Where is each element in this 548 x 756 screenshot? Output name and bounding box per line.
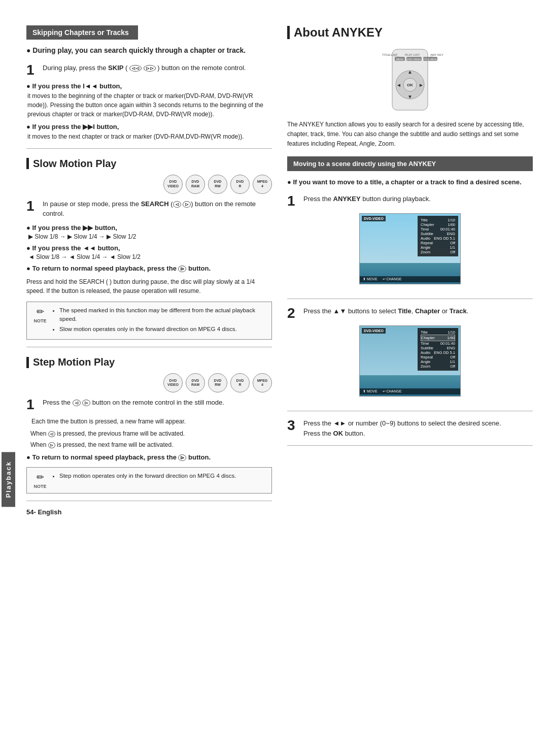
divider-6 [287,445,533,446]
disc-icon-dvd-video: DVDVIDEO [163,175,183,194]
disc-icon-dvd-r: DVDR [230,175,250,194]
slow-motion-heading: Slow Motion Play [26,158,272,170]
anykey-step-2: 2 Press the ▲▼ buttons to select Title, … [287,306,533,320]
if-press-fwd-label: If you press the ▶▶I button, [26,123,272,130]
step-note-item-1: Step motion operates only in the forward… [59,472,236,480]
svg-text:▲: ▲ [407,69,413,75]
divider-5 [287,411,533,411]
step-disc-icon-dvd-r: DVDR [230,373,250,392]
note-label: NOTE [33,318,46,323]
step-bullet-prev-frame: When ⊲ is pressed, the previous frame wi… [30,429,272,438]
step-motion-step-1: 1 Press the ⊲ ⊳ button on the remote con… [26,398,272,412]
dvd-bar-1: ⬆ MOVE↩ CHANGE [360,276,460,282]
slow-motion-note-box: ✏ NOTE The speed marked in this function… [26,302,272,340]
divider-2 [26,347,272,347]
anykey-step-number-1: 1 [287,194,299,208]
dvd-overlay-2: Title1/10 Chapter1/60 Time00:01:40 Subti… [418,328,458,371]
about-description: The ANYKEY function allows you to easily… [287,120,533,149]
if-press-rew-label: If you press the ◄◄ button, [26,244,272,252]
step-motion-number-1: 1 [26,398,39,412]
return-normal2: To return to normal speed playback, pres… [26,453,272,461]
step-motion-heading-bar [26,357,29,368]
slow-step1-text: In pause or step mode, press the SEARCH … [43,199,272,219]
about-anykey-heading: About ANYKEY [287,25,533,40]
svg-text:▼: ▼ [407,94,413,100]
dvd-overlay-1: Title1/10 Chapter1/60 Time00:01:40 Subti… [418,216,458,256]
if-press-back-label: If you press the I◄◄ button, [26,82,272,90]
dvd-screenshot-1: DVD-VIDEO Title1/10 Chapter1/60 Time00:0… [359,213,461,284]
svg-text:ANY KEY: ANY KEY [430,53,443,56]
svg-text:MENU: MENU [396,58,404,61]
step-motion-disc-icons: DVDVIDEO DVDRAM DVDRW DVDR MPEG4 [26,373,272,392]
step-bullet-next-frame: When ⊳ is pressed, the next frame will b… [30,440,272,449]
step-disc-icon-dvd-rw: DVDRW [208,373,227,392]
anykey-step1-text: Press the ANYKEY button during playback. [303,194,533,204]
disc-icon-dvd-ram: DVDRAM [186,175,205,194]
ff-speeds: ▶ Slow 1/8 → ▶ Slow 1/4 → ▶ Slow 1/2 [26,233,272,240]
anykey-step2-text: Press the ▲▼ buttons to select Title, Ch… [303,306,533,316]
anykey-step-1: 1 Press the ANYKEY button during playbac… [287,194,533,208]
return-normal-label: To return to normal speed playback, pres… [26,265,272,272]
dvd-screenshot-container-2: DVD-VIDEO Title1/10 Chapter1/60 Time00:0… [287,325,533,404]
slow-hold-note: Press and hold the SEARCH ( ) button dur… [26,277,272,295]
if-press-fwd-text: it moves to the next chapter or track or… [26,132,272,141]
rew-speeds: ◄ Slow 1/8 → ◄ Slow 1/4 → ◄ Slow 1/2 [26,253,272,260]
svg-text:DISC MENU: DISC MENU [407,58,421,61]
skip-step1-text: During play, press the SKIP ( ⊲⊲ ⊳⊳ ) bu… [43,63,272,73]
if-press-back-text: it moves to the beginning of the chapter… [26,91,272,119]
anykey-step-number-2: 2 [287,306,299,320]
anykey-section-box: Moving to a scene directly using the ANY… [287,156,533,171]
anykey-intro-bold: If you want to move to a title, a chapte… [287,177,533,187]
step-disc-icon-dvd-ram: DVDRAM [186,373,205,392]
playback-sidebar-tab: Playback [2,452,15,507]
step-number-1: 1 [26,63,39,77]
svg-text:TITLE LIST: TITLE LIST [382,53,398,56]
step-motion-note-box: ✏ NOTE Step motion operates only in the … [26,467,272,494]
step-disc-icon-dvd-video: DVDVIDEO [163,373,183,392]
footer-english: 54- English [26,508,272,516]
slow-motion-heading-bar [26,158,29,169]
svg-text:TITLE MENU: TITLE MENU [423,58,438,61]
step-bullet-1: Each time the button is pressed, a new f… [30,417,272,426]
note-pencil-icon: ✏ [37,306,44,317]
right-column: About ANYKEY TITLE LIST PLAY LIST ANY KE… [287,25,533,731]
divider-1 [26,148,272,149]
dvd-screenshot-2: DVD-VIDEO Title1/10 Chapter1/60 Time00:0… [359,325,461,397]
slow-step-1: 1 In pause or step mode, press the SEARC… [26,199,272,219]
svg-text:►: ► [419,82,424,88]
svg-text:OK: OK [407,83,413,87]
svg-text:PLAY LIST: PLAY LIST [405,53,420,56]
divider-4 [287,299,533,299]
note-item-1: The speed marked in this function may be… [59,306,267,324]
if-press-ff-label: If you press the ▶▶ button, [26,224,272,232]
slow-step-number-1: 1 [26,199,39,213]
dvd-bar-2: ⬆ MOVE↩ CHANGE [360,388,460,395]
step-motion-heading: Step Motion Play [26,356,272,368]
step-motion-note-content: Step motion operates only in the forward… [53,472,236,489]
about-anykey-bar [287,26,290,39]
left-column: Skipping Chapters or Tracks During play,… [26,25,272,731]
skipping-intro: During play, you can search quickly thro… [26,46,272,56]
disc-icon-mpeg4: MPEG4 [253,175,272,194]
about-anykey-title: About ANYKEY [294,25,383,40]
note-item-2: Slow motion operates only in the forward… [59,325,267,334]
anykey-step3-text: Press the ◄► or number (0~9) buttons to … [303,418,533,438]
anykey-step-number-3: 3 [287,418,299,433]
slow-motion-disc-icons: DVDVIDEO DVDRAM DVDRW DVDR MPEG4 [26,175,272,194]
remote-control-svg: TITLE LIST PLAY LIST ANY KEY OK ▲ ▼ ◄ ► … [364,47,456,113]
anykey-step-3: 3 Press the ◄► or number (0~9) buttons t… [287,418,533,438]
disc-icon-dvd-rw: DVDRW [208,175,227,194]
remote-image-area: TITLE LIST PLAY LIST ANY KEY OK ▲ ▼ ◄ ► … [287,47,533,113]
dvd-label-2: DVD-VIDEO [362,328,386,334]
dvd-screenshot-container-1: DVD-VIDEO Title1/10 Chapter1/60 Time00:0… [287,213,533,291]
dvd-label-1: DVD-VIDEO [362,216,386,221]
step-motion-title: Step Motion Play [33,356,115,368]
slow-motion-note-content: The speed marked in this function may be… [53,306,267,336]
skipping-section-header: Skipping Chapters or Tracks [26,25,138,40]
divider-3 [26,501,272,501]
note-label-2: NOTE [33,484,46,489]
slow-motion-title: Slow Motion Play [33,158,116,170]
note-pencil-icon-2: ✏ [37,472,44,483]
step-motion-step1-text: Press the ⊲ ⊳ button on the remote contr… [43,398,272,408]
svg-text:◄: ◄ [396,82,401,88]
